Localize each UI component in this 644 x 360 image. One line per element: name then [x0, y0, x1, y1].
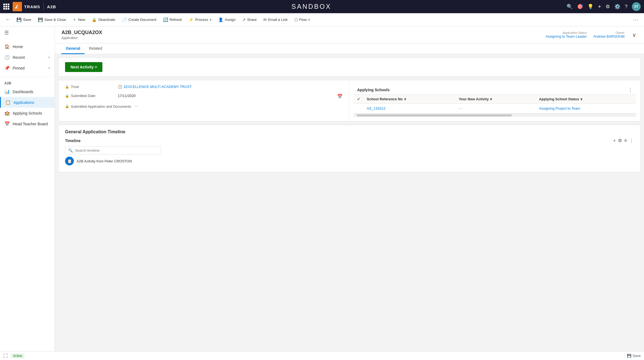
- owner-label: Owner: [593, 31, 625, 34]
- sidebar-item-applications[interactable]: 📋 Applications: [0, 97, 55, 108]
- schools-scrollbar[interactable]: [354, 113, 636, 117]
- tab-related[interactable]: Related: [85, 43, 107, 54]
- back-button[interactable]: ←: [3, 16, 13, 24]
- row-checkbox[interactable]: [354, 104, 363, 113]
- lock-icon: 🔒: [65, 85, 69, 89]
- dashboards-icon: 📊: [4, 89, 10, 94]
- school-status-header[interactable]: Applying School Status ∨: [536, 95, 636, 104]
- process-icon: ⚡: [189, 17, 194, 22]
- add-icon[interactable]: +: [598, 4, 601, 10]
- save-button[interactable]: 💾 Save: [14, 16, 34, 24]
- owner-group: Owner Andrew BARSOUM: [593, 31, 625, 38]
- check-icon: ✓: [357, 97, 360, 101]
- collapse-button[interactable]: ∨: [631, 31, 637, 39]
- owner-value[interactable]: Andrew BARSOUM: [593, 34, 625, 38]
- activity-icon: 📋: [67, 159, 72, 163]
- form-card: 🔒 Trust 📋 1EXCELLENCE MULTI ACADEMY TRUS…: [58, 80, 641, 121]
- timeline-view-button[interactable]: ≡: [624, 138, 627, 143]
- lightbulb-icon[interactable]: 💡: [587, 4, 593, 10]
- process-chevron[interactable]: ∨: [209, 18, 212, 21]
- activity-avatar: 📋: [65, 157, 74, 165]
- settings-icon[interactable]: ⚙️: [614, 4, 620, 10]
- timeline-more-button[interactable]: ⋮: [629, 138, 634, 143]
- trust-field: 🔒 Trust 📋 1EXCELLENCE MULTI ACADEMY TRUS…: [65, 85, 343, 89]
- svg-marker-0: [15, 5, 19, 9]
- status-bar-save[interactable]: 💾 Save: [627, 354, 641, 358]
- create-doc-icon: 📄: [122, 17, 127, 22]
- form-grid: 🔒 Trust 📋 1EXCELLENCE MULTI ACADEMY TRUS…: [58, 80, 640, 121]
- activity-text: A2B Activity from Peter CROSTON: [77, 159, 132, 163]
- create-document-button[interactable]: 📄 Create Document: [119, 16, 159, 24]
- toolbar: ← 💾 Save 💾 Save & Close ＋ New 🔒 Deactiva…: [0, 13, 644, 26]
- applying-schools-icon: 🏫: [4, 110, 10, 116]
- email-icon: ✉: [263, 17, 267, 22]
- new-button[interactable]: ＋ New: [70, 15, 88, 24]
- schools-title: Applying Schools: [357, 88, 390, 92]
- record-id: A2B_UCQUA2OX: [61, 30, 102, 35]
- tab-general[interactable]: General: [61, 43, 85, 54]
- sidebar-item-home[interactable]: 🏠 Home: [0, 41, 55, 52]
- sidebar-item-applying-schools[interactable]: 🏫 Applying Schools: [0, 108, 55, 118]
- sidebar-item-recent[interactable]: 🕐 Recent ∨: [0, 52, 55, 63]
- save-close-button[interactable]: 💾 Save & Close: [35, 16, 69, 24]
- environment-title: SANDBOX: [59, 3, 563, 10]
- calendar-button[interactable]: 📅: [337, 94, 343, 99]
- new-activity-header[interactable]: Your New Activity ∨: [455, 95, 536, 104]
- trams-logo[interactable]: [13, 2, 22, 11]
- nav-icons: 🔍 🎯 💡 + ⚙ ⚙️ ? ST: [567, 2, 641, 11]
- share-button[interactable]: ↗ Share: [239, 16, 259, 24]
- save-close-icon: 💾: [38, 17, 43, 22]
- head-teacher-icon: 📅: [4, 121, 10, 126]
- timeline-search-input[interactable]: [75, 148, 158, 153]
- submitted-docs-field: 🔒 Submitted Application and Documents --…: [65, 104, 343, 109]
- submitted-docs-label: 🔒 Submitted Application and Documents: [65, 104, 131, 109]
- timeline-add-button[interactable]: +: [613, 138, 616, 143]
- app-context: A2B: [47, 4, 56, 9]
- user-avatar[interactable]: ST: [632, 2, 641, 11]
- sidebar-item-pinned[interactable]: 📌 Pinned ∨: [0, 63, 55, 73]
- refresh-button[interactable]: 🔄 Refresh: [160, 16, 185, 24]
- filter-icon[interactable]: ⚙: [606, 4, 610, 10]
- record-type: Application: [61, 36, 102, 40]
- pinned-chevron: ∨: [48, 66, 50, 70]
- status-label: Application Status: [546, 31, 587, 34]
- record-header: A2B_UCQUA2OX Application Application Sta…: [55, 26, 644, 43]
- schools-more-button[interactable]: ⋮: [628, 87, 633, 93]
- flow-chevron[interactable]: ∨: [308, 18, 310, 21]
- timeline-filter-button[interactable]: ⚙: [618, 138, 622, 143]
- tabs-bar: General Related: [55, 43, 644, 54]
- hamburger-button[interactable]: ☰: [0, 26, 55, 39]
- status-value[interactable]: Assigning to Team Leader: [546, 34, 587, 38]
- target-icon[interactable]: 🎯: [577, 4, 583, 10]
- deactivate-button[interactable]: 🔒 Deactivate: [89, 16, 118, 24]
- sidebar-item-dashboards[interactable]: 📊 Dashboards: [0, 86, 55, 97]
- school-ref-header[interactable]: School Reference No ∨: [363, 95, 455, 104]
- help-icon[interactable]: ?: [625, 4, 628, 10]
- trust-link[interactable]: 📋 1EXCELLENCE MULTI ACADEMY TRUST: [118, 85, 343, 89]
- flow-button[interactable]: ⬡ Flow ∨: [292, 16, 313, 24]
- more-button[interactable]: ⋯: [631, 15, 641, 24]
- sidebar-item-head-teacher-board[interactable]: 📅 Head Teacher Board: [0, 118, 55, 129]
- submitted-docs-value: ---: [135, 104, 343, 108]
- brand-name: TRAMS: [24, 4, 40, 9]
- search-icon[interactable]: 🔍: [567, 4, 573, 10]
- process-button[interactable]: ⚡ Process ∨: [186, 16, 214, 24]
- apps-grid-icon[interactable]: [3, 4, 9, 10]
- trust-link-icon: 📋: [118, 85, 122, 89]
- expand-icon[interactable]: ⛶: [3, 353, 8, 358]
- form-right: Applying Schools ⋮ ✓ School Re: [349, 80, 640, 121]
- new-icon: ＋: [72, 17, 77, 22]
- search-icon: 🔍: [68, 148, 73, 153]
- deactivate-icon: 🔒: [92, 17, 97, 22]
- refresh-icon: 🔄: [163, 17, 168, 22]
- school-ref-link[interactable]: AS_133312: [367, 106, 385, 110]
- timeline-section: General Application Timeline Timeline + …: [58, 125, 640, 172]
- next-activity-card-body: Next Activity >: [58, 58, 640, 76]
- next-activity-button[interactable]: Next Activity >: [65, 62, 102, 72]
- status-group: Application Status Assigning to Team Lea…: [546, 31, 587, 38]
- email-link-button[interactable]: ✉ Email a Link: [261, 16, 290, 24]
- checkbox-col-header: ✓: [354, 95, 363, 104]
- nav-divider: [43, 3, 44, 10]
- timeline-section-title: General Application Timeline: [65, 129, 634, 134]
- assign-button[interactable]: 👤 Assign: [215, 16, 238, 24]
